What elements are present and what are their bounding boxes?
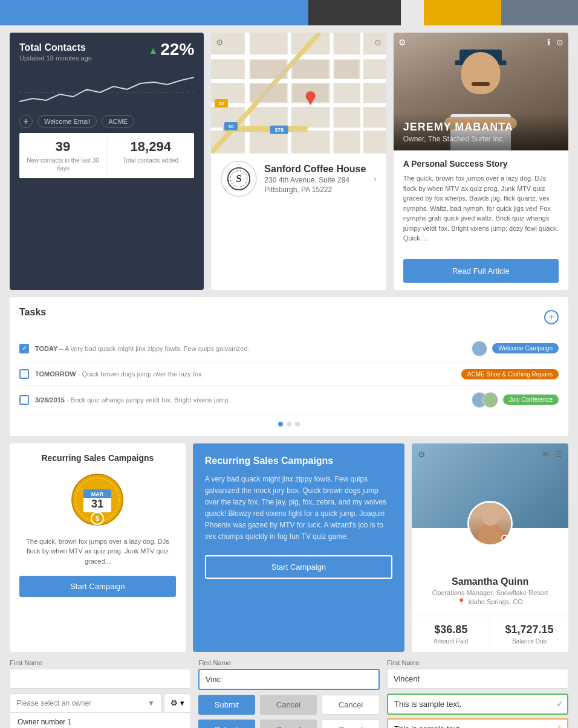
profile-share-icon[interactable]: ⊙ bbox=[556, 37, 563, 47]
svg-text:$: $ bbox=[96, 515, 99, 522]
main-content: Total Contacts Updated 18 minutes ago ▲ … bbox=[0, 25, 578, 728]
svg-text:22: 22 bbox=[219, 101, 224, 106]
form2-buttons: Submit Cancel Cancel Submit Cancel Cance… bbox=[198, 695, 380, 729]
svg-text:30: 30 bbox=[229, 124, 234, 129]
submit-button-1[interactable]: Submit bbox=[198, 695, 255, 715]
campaign-blue-card: Recurring Sales Campaigns A very bad qua… bbox=[193, 443, 405, 652]
article-title: A Personal Success Story bbox=[403, 159, 559, 169]
cancel-button-1[interactable]: Cancel bbox=[260, 695, 317, 715]
stat-label-total: Total contacts added bbox=[114, 156, 187, 164]
campaign-white-start-button[interactable]: Start Campaign bbox=[19, 576, 176, 597]
contact-action-icons: ✉ ☰ bbox=[542, 449, 562, 459]
form1-first-name-input[interactable] bbox=[10, 669, 191, 689]
task-text-2: TOMORROW - Quick brown dogs jump over th… bbox=[35, 370, 455, 378]
profile-name: JEREMY MABANTA bbox=[403, 121, 559, 134]
read-article-button[interactable]: Read Full Article bbox=[403, 259, 559, 283]
contacts-card: Total Contacts Updated 18 minutes ago ▲ … bbox=[10, 33, 204, 290]
calendar-icon: MAR 31 $ bbox=[70, 472, 125, 527]
row2: Recurring Sales Campaigns MAR 31 $ The q… bbox=[10, 443, 568, 652]
form-col1: First Name Please select an owner ▼ ⚙ ▾ … bbox=[10, 659, 191, 729]
form3-first-name-input[interactable] bbox=[387, 669, 568, 689]
select-gear-button[interactable]: ⚙ ▾ bbox=[164, 694, 191, 713]
form-col2: First Name Submit Cancel Cancel Submit C… bbox=[198, 659, 380, 729]
top-bar-gap bbox=[401, 0, 424, 25]
form2-first-name-input[interactable] bbox=[198, 669, 380, 690]
campaign-blue-start-button[interactable]: Start Campaign bbox=[205, 555, 393, 579]
submit-button-2[interactable]: Submit bbox=[198, 720, 255, 729]
input-success[interactable] bbox=[387, 694, 568, 715]
contact-location: 📍 Idaho Springs, CO bbox=[421, 598, 559, 606]
task-item: 3/28/2015 - Brick quiz whangs jumpy veld… bbox=[19, 386, 559, 414]
gear-icon: ⚙ bbox=[170, 698, 178, 707]
task-avatars-3 bbox=[472, 392, 498, 408]
campaign-white-card: Recurring Sales Campaigns MAR 31 $ The q… bbox=[10, 443, 186, 652]
profile-gear-icon[interactable]: ⚙ bbox=[398, 37, 406, 47]
task-desc-2: - Quick brown dogs jump over the lazy fo… bbox=[78, 370, 204, 378]
contact-menu-icon[interactable]: ☰ bbox=[555, 449, 562, 459]
profile-role: Owner, The Stached Surfer Inc. bbox=[403, 135, 559, 143]
amount-paid-label: Amount Paid bbox=[419, 638, 482, 645]
map-address2: Pittsburgh, PA 15222 bbox=[264, 185, 366, 194]
profile-info-icon[interactable]: ℹ bbox=[547, 37, 550, 47]
task-desc-1: – A very bad quack might jinx zippy fowl… bbox=[59, 345, 249, 352]
balance-due-box: $1,727.15 Balance Due bbox=[490, 616, 568, 652]
owner-option-1[interactable]: Owner number 1 bbox=[10, 713, 190, 729]
task-tag-2: ACME Shoe & Clothing Repairs bbox=[461, 369, 559, 379]
form3-label: First Name bbox=[387, 659, 568, 666]
stat-number-total: 18,294 bbox=[114, 139, 187, 155]
map-expand-icon[interactable]: › bbox=[373, 173, 376, 184]
campaign-blue-title: Recurring Sales Campaigns bbox=[205, 456, 393, 466]
svg-rect-14 bbox=[293, 60, 329, 78]
task-checkbox-2[interactable] bbox=[19, 369, 29, 379]
top-bar bbox=[0, 0, 578, 25]
cancel-outline-button-1[interactable]: Cancel bbox=[322, 695, 380, 715]
owner-select-button[interactable]: Please select an owner ▼ bbox=[10, 694, 161, 713]
task-checkbox-1[interactable] bbox=[19, 344, 29, 353]
tag-acme[interactable]: ACME bbox=[102, 115, 134, 127]
add-tag-button[interactable]: + bbox=[19, 115, 33, 128]
stat-total-contacts: 18,294 Total contacts added bbox=[106, 133, 194, 178]
campaign-white-title: Recurring Sales Campaigns bbox=[19, 453, 176, 463]
map-settings-icon[interactable]: ⚙ bbox=[216, 37, 224, 47]
top-bar-yellow bbox=[424, 0, 501, 25]
contacts-percent: 22% bbox=[160, 40, 194, 59]
contact-email-icon[interactable]: ✉ bbox=[542, 449, 549, 459]
row-tasks: Tasks + TODAY – A very bad quack might j… bbox=[10, 297, 568, 436]
warning-icon: ⚠ bbox=[556, 724, 563, 728]
task-date-3: 3/28/2015 bbox=[35, 396, 65, 404]
map-share-icon[interactable]: ⊙ bbox=[374, 37, 382, 47]
map-name: Sanford Coffee House bbox=[264, 164, 366, 175]
input-warning[interactable] bbox=[387, 718, 568, 729]
tasks-header: Tasks + bbox=[19, 307, 559, 327]
contact-title: Operations Manager, Snowflake Resort bbox=[421, 589, 559, 596]
map-address: Sanford Coffee House 230 4th Avenue, Sui… bbox=[264, 164, 366, 194]
btn-row-1: Submit Cancel Cancel bbox=[198, 695, 380, 715]
form2-label: First Name bbox=[198, 659, 380, 666]
campaign-blue-text: A very bad quack might jinx zippy fowls.… bbox=[205, 474, 393, 543]
map-info: S Sanford Coffee House 230 4th Avenue, S… bbox=[211, 153, 386, 204]
contact-gear-icon[interactable]: ⚙ bbox=[418, 449, 426, 459]
dot-indicators bbox=[19, 422, 559, 427]
profile-action-icons: ℹ ⊙ bbox=[547, 37, 563, 47]
task-checkbox-3[interactable] bbox=[19, 395, 29, 405]
task-item: TODAY – A very bad quack might jinx zipp… bbox=[19, 335, 559, 363]
tasks-title: Tasks bbox=[19, 307, 46, 318]
input-warning-wrapper: ⚠ bbox=[387, 718, 568, 729]
cancel-button-2[interactable]: Cancel bbox=[260, 720, 317, 729]
amount-paid-box: $36.85 Amount Paid bbox=[412, 616, 490, 652]
tag-welcome-email[interactable]: Welcome Email bbox=[37, 115, 97, 127]
dot-1 bbox=[278, 422, 283, 427]
select-placeholder: Please select an owner bbox=[16, 699, 91, 707]
dot-3 bbox=[295, 422, 300, 427]
map-address1: 230 4th Avenue, Suite 284 bbox=[264, 176, 366, 184]
tag-row: + Welcome Email ACME bbox=[19, 115, 194, 128]
task-tag-1: Welcome Campaign bbox=[492, 343, 559, 353]
svg-text:31: 31 bbox=[91, 498, 103, 510]
top-bar-dark bbox=[308, 0, 401, 25]
add-task-button[interactable]: + bbox=[544, 310, 559, 324]
cancel-outline-button-2[interactable]: Cancel bbox=[322, 720, 380, 729]
btn-row-2: Submit Cancel Cancel bbox=[198, 720, 380, 729]
form1-label: First Name bbox=[10, 659, 191, 666]
top-bar-gray bbox=[501, 0, 578, 25]
contact-status-dot bbox=[501, 535, 508, 542]
